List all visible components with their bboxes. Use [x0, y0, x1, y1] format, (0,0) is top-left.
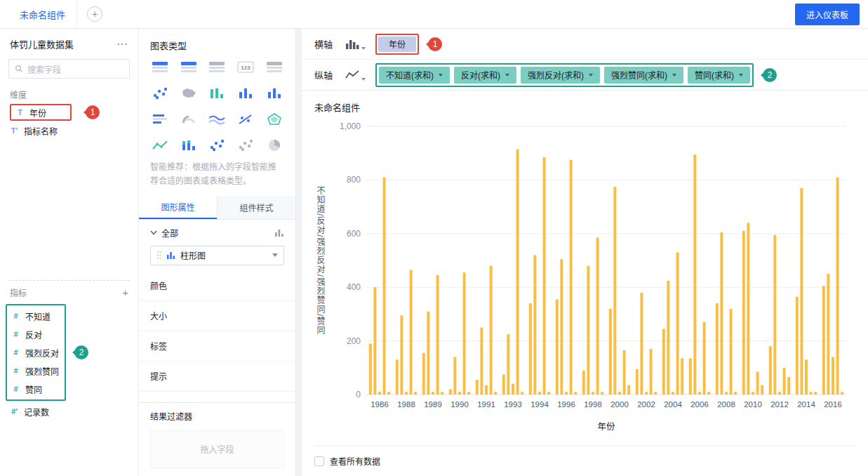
measure-field-label: 不知道: [25, 310, 51, 322]
chart-type-kpi-card-icon[interactable]: 123: [235, 59, 256, 74]
y-axis-title: 不知道/反对/强烈反对/强烈赞同/赞同: [314, 118, 326, 435]
property-row-tooltip[interactable]: 提示: [139, 362, 295, 392]
all-section-label: 全部: [161, 227, 178, 239]
property-row-size[interactable]: 大小: [139, 301, 295, 331]
chart-type-column-chart-icon[interactable]: [264, 85, 285, 100]
add-tab-button[interactable]: +: [87, 6, 102, 22]
chart-type-treemap-icon[interactable]: [206, 85, 227, 100]
measure-field[interactable]: # 强烈赞同: [7, 362, 65, 380]
y-axis-chips-highlight: 不知道(求和) 反对(求和) 强烈反对(求和) 强烈赞同(求和) 赞同(求和): [375, 63, 754, 87]
svg-text:2006: 2006: [690, 400, 709, 409]
x-axis-type-selector[interactable]: [345, 38, 366, 50]
chart-type-combo-scatter-icon[interactable]: [235, 111, 256, 126]
chart-type-mini-scatter-icon[interactable]: [206, 137, 227, 152]
svg-text:400: 400: [347, 282, 361, 292]
component-tab[interactable]: 未命名组件: [8, 0, 77, 28]
chart-wrap: 不知道/反对/强烈反对/强烈赞同/赞同 02004006008001,00019…: [314, 118, 855, 435]
y-axis-field-chip[interactable]: 强烈反对(求和): [521, 67, 600, 84]
vertical-axis-row: 纵轴 不知道(求和) 反对(求和) 强烈反对(求和) 强烈赞同(求和) 赞同(求…: [302, 60, 868, 91]
svg-text:123: 123: [241, 65, 251, 71]
svg-text:2000: 2000: [610, 400, 629, 409]
search-field-input[interactable]: 搜索字段: [8, 59, 130, 79]
svg-text:1988: 1988: [397, 400, 415, 409]
chart-type-bar-chart-icon[interactable]: [235, 85, 256, 100]
measure-type-icon: #': [10, 407, 19, 416]
dataset-panel: 体罚儿童数据集 ··· 搜索字段 维度 T 年份 1 T' 指标名称: [0, 29, 139, 476]
plus-icon: +: [92, 8, 98, 20]
config-tabs: 图形属性 组件样式: [139, 196, 295, 220]
chart-type-detail-table-icon[interactable]: [206, 59, 227, 74]
dimensions-header: 维度: [0, 81, 138, 103]
chevron-down-icon: [589, 74, 593, 77]
y-axis-type-selector[interactable]: [345, 70, 366, 81]
chart-type-table-icon[interactable]: [178, 59, 199, 74]
chip-label: 不知道(求和): [386, 69, 434, 81]
svg-text:2012: 2012: [770, 400, 789, 409]
record-count-field[interactable]: #' 记录数: [0, 402, 138, 421]
chart-type-indicator-icon[interactable]: [178, 111, 199, 126]
dataset-name: 体罚儿童数据集: [10, 37, 74, 51]
tab-graphic-properties[interactable]: 图形属性: [139, 196, 217, 219]
vertical-axis-label: 纵轴: [314, 68, 340, 81]
dimension-field-label: 指标名称: [24, 125, 58, 137]
filter-drop-zone[interactable]: 拖入字段: [150, 430, 284, 468]
x-axis-field-chip[interactable]: 年份: [378, 37, 416, 52]
chart-type-score-table-icon[interactable]: [264, 59, 285, 74]
chart-type-line-chart-icon[interactable]: [149, 137, 171, 152]
dimension-type-icon: T': [10, 126, 19, 135]
svg-text:200: 200: [347, 336, 361, 346]
chart-footer: 查看所有数据: [314, 445, 855, 476]
smart-recommend-hint: 智能推荐：根据拖入的字段智能推荐合适的图表或表格类型。: [139, 152, 295, 196]
view-all-data-checkbox[interactable]: [314, 456, 324, 466]
chart-type-map-icon[interactable]: [178, 85, 199, 100]
chart-title: 未命名组件: [314, 99, 855, 118]
measure-field[interactable]: # 强烈反对: [7, 343, 65, 362]
enter-dashboard-button[interactable]: 进入仪表板: [795, 4, 860, 25]
measure-type-icon: #: [11, 348, 20, 357]
chart-type-cross-table-icon[interactable]: [149, 59, 171, 74]
y-axis-field-chip[interactable]: 强烈赞同(求和): [604, 67, 683, 84]
chart-type-bubble-chart-icon[interactable]: [235, 137, 256, 152]
measure-type-icon: #: [11, 330, 20, 338]
chevron-down-icon: [361, 78, 366, 81]
measure-field[interactable]: # 赞同: [7, 380, 65, 398]
bars-icon[interactable]: [274, 228, 284, 237]
chart-style-dropdown[interactable]: 柱形图: [150, 246, 284, 265]
measure-field-label: 强烈赞同: [25, 365, 59, 377]
measure-field[interactable]: # 不知道: [7, 307, 65, 325]
property-label: 标签: [150, 340, 167, 352]
dataset-more-icon[interactable]: ···: [117, 39, 128, 49]
property-row-granularity[interactable]: 细粒度: [139, 392, 295, 402]
all-section-row[interactable]: 全部: [139, 220, 295, 244]
chart-type-stacked-bar-icon[interactable]: [178, 137, 199, 152]
panel-spacer: [0, 140, 138, 277]
svg-text:2010: 2010: [744, 400, 762, 409]
step-badge-1: 1: [428, 37, 442, 51]
chart-type-scatter-chart-icon[interactable]: [149, 85, 171, 100]
x-axis-type-icon: [345, 38, 359, 50]
chevron-down-icon: [739, 74, 743, 77]
svg-text:1986: 1986: [370, 400, 389, 409]
y-axis-field-chip[interactable]: 反对(求和): [454, 67, 516, 84]
chart-type-radar-chart-icon[interactable]: [264, 111, 285, 126]
add-measure-button[interactable]: +: [122, 286, 128, 298]
y-axis-field-chip[interactable]: 不知道(求和): [379, 67, 450, 84]
measure-field[interactable]: # 反对: [7, 325, 65, 343]
svg-text:600: 600: [347, 229, 361, 239]
main-area: 体罚儿童数据集 ··· 搜索字段 维度 T 年份 1 T' 指标名称: [0, 29, 868, 476]
chevron-down-icon: [672, 74, 676, 77]
dimension-field-year[interactable]: T 年份 1: [0, 103, 138, 121]
chevron-down-icon: [505, 74, 509, 77]
property-label: 大小: [150, 310, 167, 322]
dimension-field-metric-name[interactable]: T' 指标名称: [0, 121, 138, 140]
svg-text:1989: 1989: [424, 400, 442, 409]
chart-type-area-chart-icon[interactable]: [206, 111, 227, 126]
chart-type-pie-chart-icon[interactable]: [264, 137, 285, 152]
chevron-down-icon: [361, 47, 366, 50]
y-axis-field-chip[interactable]: 赞同(求和): [688, 67, 750, 84]
chip-label: 赞同(求和): [695, 69, 734, 81]
chart-type-progress-bars-icon[interactable]: [149, 111, 171, 126]
property-row-color[interactable]: 颜色: [139, 271, 295, 301]
tab-component-style[interactable]: 组件样式: [217, 196, 295, 219]
property-row-label[interactable]: 标签: [139, 331, 295, 362]
